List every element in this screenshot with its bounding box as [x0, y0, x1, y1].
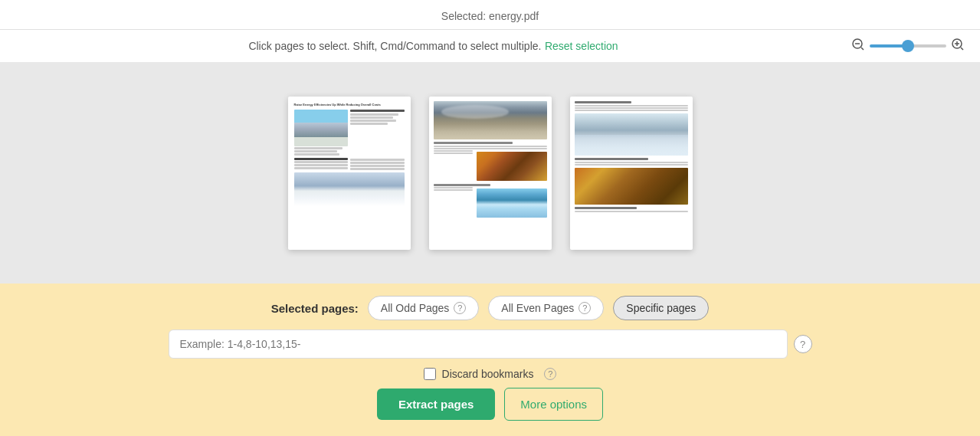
page-thumb-3[interactable]: [570, 97, 693, 250]
specific-pages-button[interactable]: Specific pages: [613, 296, 709, 320]
zoom-in-icon[interactable]: [951, 38, 965, 54]
input-help-icon[interactable]: ?: [794, 335, 812, 353]
bottom-panel: Selected pages: All Odd Pages ? All Even…: [0, 284, 980, 436]
all-even-pages-label: All Even Pages: [501, 302, 574, 314]
discard-bookmarks-help-icon[interactable]: ?: [544, 368, 556, 380]
pages-input-row: ?: [169, 329, 812, 359]
selected-pages-label: Selected pages:: [271, 302, 359, 315]
pages-input[interactable]: [169, 329, 788, 359]
odd-pages-help-icon[interactable]: ?: [454, 302, 466, 314]
svg-line-6: [961, 48, 963, 50]
more-options-button[interactable]: More options: [504, 388, 603, 421]
pages-area: Raise Energy Efficiencies Up While Reduc…: [0, 63, 980, 284]
discard-bookmarks-checkbox[interactable]: [424, 368, 436, 380]
discard-bookmarks-label: Discard bookmarks: [442, 368, 534, 380]
reset-selection-link[interactable]: Reset selection: [545, 40, 618, 52]
zoom-controls: [851, 38, 965, 54]
page-thumb-1[interactable]: Raise Energy Efficiencies Up While Reduc…: [288, 97, 411, 250]
selected-pages-row: Selected pages: All Odd Pages ? All Even…: [271, 296, 710, 320]
instruction-bar: Click pages to select. Shift, Cmd/Comman…: [0, 30, 980, 63]
discard-bookmarks-row: Discard bookmarks ?: [424, 368, 557, 380]
even-pages-help-icon[interactable]: ?: [578, 302, 591, 314]
top-bar: Selected: energy.pdf: [0, 0, 980, 30]
all-odd-pages-label: All Odd Pages: [381, 302, 450, 314]
all-odd-pages-button[interactable]: All Odd Pages ?: [368, 296, 480, 320]
zoom-slider[interactable]: [870, 44, 946, 48]
all-even-pages-button[interactable]: All Even Pages ?: [488, 296, 604, 320]
actions-row: Extract pages More options: [377, 388, 603, 421]
extract-pages-button[interactable]: Extract pages: [377, 388, 495, 420]
svg-line-2: [861, 48, 864, 50]
instruction-text: Click pages to select. Shift, Cmd/Comman…: [248, 40, 541, 52]
specific-pages-label: Specific pages: [626, 302, 696, 314]
selected-file-label: Selected: energy.pdf: [441, 10, 539, 22]
page-thumb-2[interactable]: [429, 97, 552, 250]
zoom-out-icon[interactable]: [851, 38, 865, 54]
